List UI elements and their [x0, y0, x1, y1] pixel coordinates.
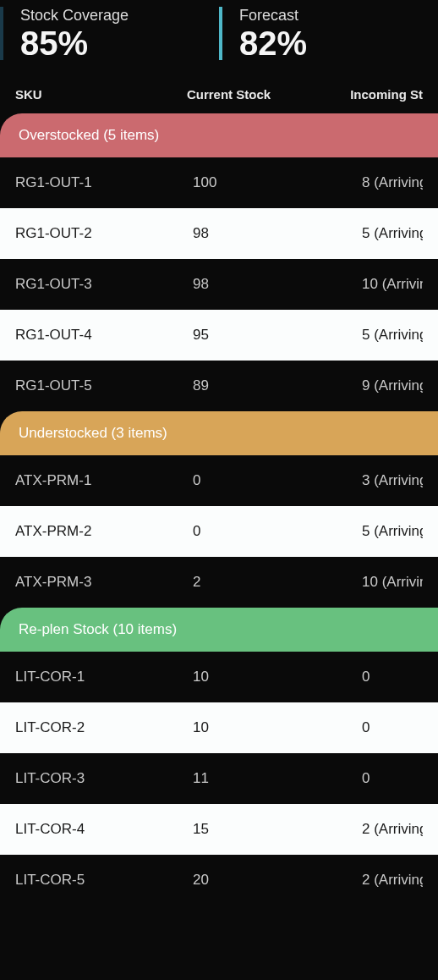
cell-incoming-stock: 10 (Arriving — [362, 574, 423, 591]
cell-current-stock: 0 — [193, 472, 362, 489]
cell-current-stock: 98 — [193, 225, 362, 242]
cell-current-stock: 15 — [193, 821, 362, 838]
metric-value: 85% — [20, 26, 219, 60]
cell-incoming-stock: 0 — [362, 770, 423, 787]
table-row[interactable]: LIT-COR-1100 — [0, 652, 438, 702]
cell-sku: ATX-PRM-2 — [15, 523, 193, 540]
header-current-stock: Current Stock — [187, 87, 350, 102]
cell-sku: RG1-OUT-5 — [15, 377, 193, 394]
cell-sku: LIT-COR-4 — [15, 821, 193, 838]
group-header[interactable]: Understocked (3 items) — [0, 411, 438, 455]
cell-current-stock: 11 — [193, 770, 362, 787]
table-row[interactable]: ATX-PRM-3210 (Arriving — [0, 557, 438, 608]
cell-sku: RG1-OUT-2 — [15, 225, 193, 242]
cell-sku: LIT-COR-2 — [15, 719, 193, 736]
cell-current-stock: 10 — [193, 719, 362, 736]
group-header[interactable]: Re-plen Stock (10 items) — [0, 608, 438, 652]
cell-sku: LIT-COR-3 — [15, 770, 193, 787]
header-sku: SKU — [15, 87, 187, 102]
table-row[interactable]: RG1-OUT-39810 (Arriving — [0, 259, 438, 310]
header-incoming-stock: Incoming St — [350, 87, 423, 102]
table-row[interactable]: RG1-OUT-11008 (Arriving — [0, 157, 438, 208]
cell-current-stock: 0 — [193, 523, 362, 540]
cell-current-stock: 20 — [193, 872, 362, 889]
cell-sku: RG1-OUT-1 — [15, 174, 193, 191]
metric-forecast: Forecast 82% — [219, 7, 438, 60]
table-row[interactable]: RG1-OUT-2985 (Arriving — [0, 208, 438, 259]
cell-sku: RG1-OUT-3 — [15, 276, 193, 293]
cell-incoming-stock: 0 — [362, 669, 423, 685]
cell-incoming-stock: 8 (Arriving — [362, 174, 423, 191]
cell-sku: LIT-COR-5 — [15, 872, 193, 889]
cell-sku: ATX-PRM-3 — [15, 574, 193, 591]
cell-incoming-stock: 2 (Arriving — [362, 872, 423, 889]
cell-sku: ATX-PRM-1 — [15, 472, 193, 489]
cell-current-stock: 98 — [193, 276, 362, 293]
metrics-row: Stock Coverage 85% Forecast 82% — [0, 0, 438, 80]
metric-value: 82% — [239, 26, 438, 60]
table-headers: SKU Current Stock Incoming St — [0, 80, 438, 113]
cell-current-stock: 100 — [193, 174, 362, 191]
group-header[interactable]: Overstocked (5 items) — [0, 113, 438, 157]
metric-label: Forecast — [239, 7, 438, 25]
table-row[interactable]: LIT-COR-4152 (Arriving — [0, 804, 438, 855]
cell-incoming-stock: 5 (Arriving — [362, 327, 423, 344]
cell-incoming-stock: 3 (Arriving — [362, 472, 423, 489]
table-row[interactable]: ATX-PRM-205 (Arriving — [0, 506, 438, 557]
cell-incoming-stock: 10 (Arriving — [362, 276, 423, 293]
cell-current-stock: 89 — [193, 377, 362, 394]
cell-incoming-stock: 5 (Arriving — [362, 523, 423, 540]
metric-stock-coverage: Stock Coverage 85% — [0, 7, 219, 60]
table-body: Overstocked (5 items)RG1-OUT-11008 (Arri… — [0, 113, 438, 906]
table-row[interactable]: RG1-OUT-4955 (Arriving — [0, 310, 438, 361]
table-row[interactable]: RG1-OUT-5899 (Arriving — [0, 361, 438, 411]
table-row[interactable]: ATX-PRM-103 (Arriving — [0, 455, 438, 506]
cell-current-stock: 10 — [193, 669, 362, 685]
metric-label: Stock Coverage — [20, 7, 219, 25]
cell-incoming-stock: 5 (Arriving — [362, 225, 423, 242]
cell-incoming-stock: 2 (Arriving — [362, 821, 423, 838]
cell-sku: LIT-COR-1 — [15, 669, 193, 685]
table-row[interactable]: LIT-COR-5202 (Arriving — [0, 855, 438, 906]
cell-incoming-stock: 9 (Arriving — [362, 377, 423, 394]
table-row[interactable]: LIT-COR-2100 — [0, 702, 438, 753]
cell-current-stock: 2 — [193, 574, 362, 591]
cell-sku: RG1-OUT-4 — [15, 327, 193, 344]
table-row[interactable]: LIT-COR-3110 — [0, 753, 438, 804]
cell-incoming-stock: 0 — [362, 719, 423, 736]
cell-current-stock: 95 — [193, 327, 362, 344]
